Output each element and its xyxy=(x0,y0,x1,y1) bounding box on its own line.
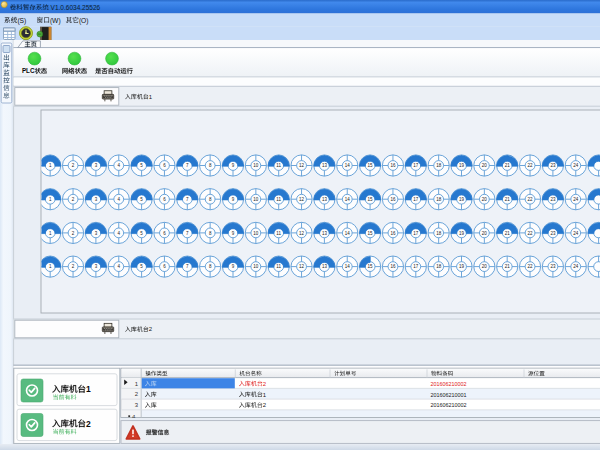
svg-text:14: 14 xyxy=(345,264,351,269)
svg-text:201606210002: 201606210002 xyxy=(431,381,467,387)
svg-text:13: 13 xyxy=(322,264,328,269)
svg-text:24: 24 xyxy=(573,264,579,269)
svg-text:1: 1 xyxy=(86,384,91,394)
svg-text:(O): (O) xyxy=(79,17,89,25)
svg-text:20: 20 xyxy=(482,231,488,236)
svg-text:14: 14 xyxy=(345,197,351,202)
svg-text:19: 19 xyxy=(459,163,465,168)
svg-text:14: 14 xyxy=(345,163,351,168)
svg-text:22: 22 xyxy=(528,231,534,236)
svg-text:11: 11 xyxy=(276,231,281,236)
svg-text:23: 23 xyxy=(550,197,556,202)
svg-text:16: 16 xyxy=(390,231,396,236)
svg-text:11: 11 xyxy=(276,197,281,202)
svg-text:21: 21 xyxy=(505,197,511,202)
svg-text:17: 17 xyxy=(413,264,419,269)
svg-text:23: 23 xyxy=(550,264,556,269)
svg-text:10: 10 xyxy=(253,197,259,202)
svg-text:12: 12 xyxy=(299,197,305,202)
svg-text:12: 12 xyxy=(299,163,305,168)
svg-text:13: 13 xyxy=(322,197,328,202)
svg-text:18: 18 xyxy=(436,197,442,202)
svg-text:22: 22 xyxy=(528,197,534,202)
svg-text:20: 20 xyxy=(482,197,488,202)
svg-text:19: 19 xyxy=(459,197,465,202)
svg-text:2: 2 xyxy=(86,419,91,429)
svg-text:19: 19 xyxy=(459,264,465,269)
svg-text:22: 22 xyxy=(528,163,534,168)
svg-text:20: 20 xyxy=(482,264,488,269)
svg-text:21: 21 xyxy=(505,163,511,168)
svg-text:21: 21 xyxy=(505,231,511,236)
svg-text:PLC: PLC xyxy=(22,67,35,74)
svg-text:19: 19 xyxy=(459,231,465,236)
svg-text:10: 10 xyxy=(253,163,259,168)
svg-text:23: 23 xyxy=(550,231,556,236)
svg-text:17: 17 xyxy=(413,231,419,236)
svg-text:16: 16 xyxy=(390,197,396,202)
svg-text:201606210001: 201606210001 xyxy=(431,392,467,398)
svg-text:10: 10 xyxy=(253,264,259,269)
svg-text:14: 14 xyxy=(345,231,351,236)
svg-text:22: 22 xyxy=(528,264,534,269)
svg-text:15: 15 xyxy=(368,264,374,269)
svg-text:20: 20 xyxy=(482,163,488,168)
svg-text:15: 15 xyxy=(368,197,374,202)
svg-text:10: 10 xyxy=(253,231,259,236)
svg-text:(S): (S) xyxy=(17,17,26,25)
svg-text:15: 15 xyxy=(368,231,374,236)
svg-text:13: 13 xyxy=(322,231,328,236)
svg-text:11: 11 xyxy=(276,163,281,168)
svg-text:16: 16 xyxy=(390,264,396,269)
svg-text:(W): (W) xyxy=(50,17,61,25)
svg-text:17: 17 xyxy=(413,197,419,202)
svg-text:18: 18 xyxy=(436,163,442,168)
svg-text:15: 15 xyxy=(368,163,374,168)
svg-text:23: 23 xyxy=(550,163,556,168)
svg-text:24: 24 xyxy=(573,231,579,236)
svg-text:24: 24 xyxy=(573,163,579,168)
svg-text:11: 11 xyxy=(276,264,281,269)
svg-text:24: 24 xyxy=(573,197,579,202)
svg-text:12: 12 xyxy=(299,264,305,269)
svg-text:17: 17 xyxy=(413,163,419,168)
svg-text:16: 16 xyxy=(390,163,396,168)
svg-text:13: 13 xyxy=(322,163,328,168)
svg-text:18: 18 xyxy=(436,231,442,236)
svg-text:201606210002: 201606210002 xyxy=(431,402,467,408)
svg-text:V1.0.6034.25526: V1.0.6034.25526 xyxy=(49,4,101,11)
svg-text:12: 12 xyxy=(299,231,305,236)
svg-text:21: 21 xyxy=(505,264,511,269)
svg-text:18: 18 xyxy=(436,264,442,269)
